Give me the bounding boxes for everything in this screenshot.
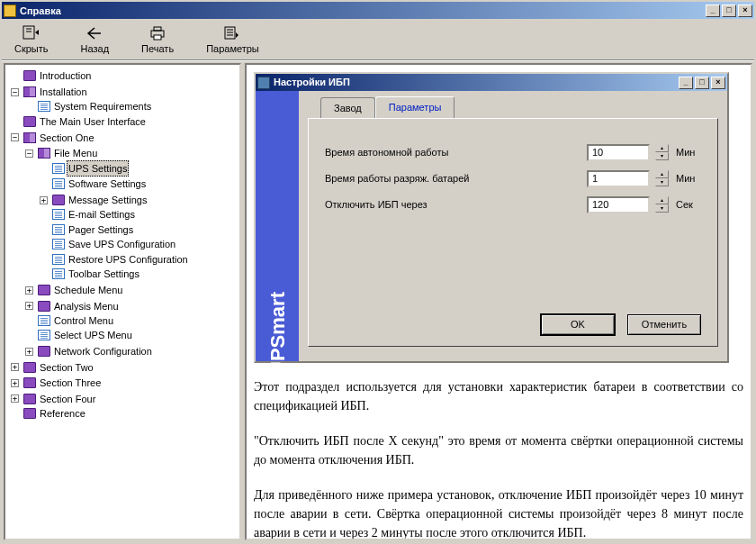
book-open-icon: [23, 86, 36, 97]
book-icon: [23, 377, 36, 388]
sideband: UPSmart: [256, 91, 299, 361]
tab-factory[interactable]: Завод: [320, 97, 375, 119]
tree-item[interactable]: −Section One: [11, 131, 96, 145]
spinner: ▴ ▾: [655, 144, 669, 160]
book-icon: [23, 362, 36, 373]
page-icon: [52, 178, 65, 189]
tree-item[interactable]: +Schedule Menu: [25, 283, 124, 297]
page-icon: [52, 209, 65, 220]
content-pane[interactable]: Настройки ИБП _ □ × UPSmart Завод Пара: [245, 63, 752, 540]
spin-down-button[interactable]: ▾: [655, 178, 669, 186]
back-button[interactable]: Назад: [74, 23, 117, 56]
maximize-button[interactable]: □: [722, 5, 736, 17]
spin-up-button[interactable]: ▴: [655, 144, 669, 152]
unit-label: Мин: [676, 145, 701, 160]
tree-item[interactable]: +Section Four: [11, 392, 97, 406]
expand-icon[interactable]: +: [25, 348, 33, 356]
dialog-icon: [257, 77, 270, 89]
tree-item[interactable]: +Section Three: [11, 376, 103, 390]
help-paragraph: Для приведённого ниже примера установок,…: [254, 485, 743, 540]
spinner: ▴ ▾: [655, 170, 669, 186]
options-icon: [223, 24, 241, 42]
tree-item[interactable]: +Analysis Menu: [25, 299, 121, 313]
unit-label: Сек: [676, 197, 701, 213]
svg-rect-0: [23, 26, 34, 39]
input-backup-time[interactable]: [587, 144, 650, 161]
input-low-battery-time[interactable]: [587, 170, 650, 187]
tree-item[interactable]: The Main User Interface: [11, 114, 148, 129]
svg-rect-4: [154, 27, 161, 31]
input-shutdown-delay[interactable]: [587, 196, 650, 213]
tree-item[interactable]: Introduction: [11, 68, 93, 83]
tree-item[interactable]: System Requirements: [25, 99, 153, 113]
dialog-minimize-button[interactable]: _: [679, 77, 693, 89]
expand-icon[interactable]: +: [40, 196, 48, 204]
spinner: ▴ ▾: [655, 196, 669, 213]
tree-item[interactable]: +Section Two: [11, 360, 95, 375]
contents-tree[interactable]: Introduction −Installation System Requir…: [4, 63, 241, 540]
form-row-low-battery-time: Время работы разряж. батарей ▴ ▾ Мин: [325, 170, 701, 187]
tab-parameters[interactable]: Параметры: [375, 96, 455, 118]
book-icon: [23, 408, 36, 419]
dialog-title: Настройки ИБП: [274, 75, 679, 90]
tree-item[interactable]: Select UPS Menu: [25, 328, 134, 342]
help-paragraph: Этот подраздел используется для установк…: [254, 377, 743, 415]
spin-up-button[interactable]: ▴: [655, 196, 669, 204]
options-button[interactable]: Параметры: [199, 23, 266, 56]
hide-button[interactable]: Скрыть: [7, 23, 56, 56]
tree-item[interactable]: −Installation: [11, 85, 89, 99]
book-open-icon: [38, 148, 50, 159]
tree-item[interactable]: Reference: [11, 406, 87, 421]
tree-item[interactable]: −File Menu: [25, 146, 99, 160]
page-icon: [38, 330, 50, 340]
tree-item[interactable]: Restore UPS Configuration: [40, 252, 190, 267]
titlebar: Справка _ □ ×: [2, 2, 754, 19]
dialog-close-button[interactable]: ×: [711, 77, 725, 89]
help-paragraph: "Отключить ИБП после X секунд" это время…: [254, 431, 743, 469]
tree-item-selected[interactable]: UPS Settings: [40, 160, 129, 177]
app-icon: [4, 5, 16, 17]
spin-down-button[interactable]: ▾: [655, 204, 669, 213]
expand-icon[interactable]: +: [11, 394, 19, 403]
label-backup-time: Время автономной работы: [325, 145, 580, 160]
spin-down-button[interactable]: ▾: [655, 152, 669, 160]
form-row-backup-time: Время автономной работы ▴ ▾ Мин: [325, 144, 701, 161]
page-icon: [52, 239, 65, 249]
tree-item[interactable]: Save UPS Configuration: [40, 237, 177, 251]
expand-icon[interactable]: +: [11, 363, 19, 371]
collapse-icon[interactable]: −: [11, 133, 19, 141]
sideband-label: UPSmart: [263, 292, 292, 376]
print-icon: [148, 24, 166, 42]
spin-up-button[interactable]: ▴: [655, 170, 669, 178]
expand-icon[interactable]: +: [11, 379, 19, 387]
collapse-icon[interactable]: −: [25, 150, 33, 158]
book-icon: [38, 346, 50, 357]
page-icon: [52, 163, 65, 174]
ok-button[interactable]: OK: [541, 314, 615, 335]
tree-item[interactable]: Pager Settings: [40, 222, 135, 237]
dialog-titlebar: Настройки ИБП _ □ ×: [256, 74, 727, 91]
expand-icon[interactable]: +: [25, 302, 33, 310]
print-button[interactable]: Печать: [134, 23, 181, 56]
page-icon: [38, 315, 50, 326]
tree-item[interactable]: +Message Settings: [40, 193, 148, 207]
collapse-icon[interactable]: −: [11, 88, 19, 96]
book-open-icon: [23, 132, 36, 143]
tab-panel: Время автономной работы ▴ ▾ Мин Время ра…: [308, 118, 718, 347]
close-button[interactable]: ×: [738, 5, 752, 17]
ups-settings-dialog: Настройки ИБП _ □ × UPSmart Завод Пара: [254, 72, 729, 363]
tree-item[interactable]: +Network Configuration: [25, 344, 154, 358]
page-icon: [52, 254, 65, 265]
form-row-shutdown-delay: Отключить ИБП через ▴ ▾ Сек: [325, 196, 701, 213]
cancel-button[interactable]: Отменить: [627, 314, 701, 335]
book-icon: [23, 116, 36, 127]
tree-item[interactable]: Toolbar Settings: [40, 267, 141, 281]
svg-rect-5: [154, 35, 161, 40]
tree-item[interactable]: Control Menu: [25, 313, 115, 328]
tree-item[interactable]: Software Settings: [40, 177, 148, 191]
toolbar: Скрыть Назад Печать Параметры: [2, 19, 754, 60]
expand-icon[interactable]: +: [25, 286, 33, 295]
minimize-button[interactable]: _: [706, 5, 720, 17]
tree-item[interactable]: E-mail Settings: [40, 207, 137, 222]
dialog-maximize-button[interactable]: □: [695, 77, 709, 89]
